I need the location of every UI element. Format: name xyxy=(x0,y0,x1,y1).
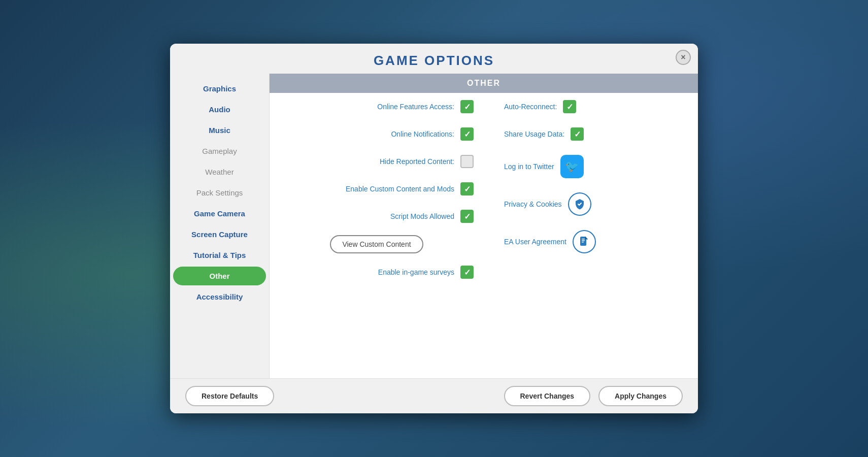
enable-custom-mods-row: Enable Custom Content and Mods xyxy=(270,175,484,203)
settings-left-column: Online Features Access: Online Notificat… xyxy=(270,93,484,378)
game-options-modal: Game Options × Graphics Audio Music Game… xyxy=(170,44,698,413)
sidebar-item-screen-capture[interactable]: Screen Capture xyxy=(173,225,266,244)
enable-surveys-checkbox[interactable] xyxy=(460,266,474,279)
hide-reported-row: Hide Reported Content: xyxy=(270,148,484,175)
privacy-cookies-row: Privacy & Cookies xyxy=(484,185,698,223)
share-usage-label: Share Usage Data: xyxy=(504,130,564,138)
sidebar-item-accessibility[interactable]: Accessibility xyxy=(173,287,266,306)
hide-reported-label: Hide Reported Content: xyxy=(380,157,454,166)
content-section-title: Other xyxy=(280,79,688,88)
share-usage-checkbox[interactable] xyxy=(571,127,584,141)
log-twitter-label: Log in to Twitter xyxy=(504,162,554,171)
apply-changes-button[interactable]: Apply Changes xyxy=(598,386,683,406)
sidebar-item-pack-settings[interactable]: Pack Settings xyxy=(173,183,266,202)
svg-rect-1 xyxy=(582,239,585,240)
online-notifications-row: Online Notifications: xyxy=(270,120,484,148)
sidebar-item-tutorial-tips[interactable]: Tutorial & Tips xyxy=(173,246,266,265)
footer-right-buttons: Revert Changes Apply Changes xyxy=(504,386,683,406)
sidebar-item-gameplay[interactable]: Gameplay xyxy=(173,142,266,160)
privacy-cookies-label: Privacy & Cookies xyxy=(504,200,562,208)
sidebar-item-music[interactable]: Music xyxy=(173,121,266,140)
share-usage-row: Share Usage Data: xyxy=(484,120,698,148)
twitter-icon: 🐦 xyxy=(565,160,579,173)
hide-reported-checkbox[interactable] xyxy=(460,155,474,168)
svg-rect-2 xyxy=(582,240,585,241)
svg-marker-4 xyxy=(585,237,588,239)
online-features-row: Online Features Access: xyxy=(270,93,484,120)
ea-user-agreement-label: EA User Agreement xyxy=(504,238,566,246)
settings-right-column: Auto-Reconnect: Share Usage Data: Log in… xyxy=(484,93,698,378)
settings-grid: Online Features Access: Online Notificat… xyxy=(270,93,698,378)
online-notifications-label: Online Notifications: xyxy=(391,130,454,138)
auto-reconnect-checkbox[interactable] xyxy=(563,100,576,113)
auto-reconnect-label: Auto-Reconnect: xyxy=(504,103,557,111)
online-notifications-checkbox[interactable] xyxy=(460,127,474,141)
modal-body: Graphics Audio Music Gameplay Weather Pa… xyxy=(170,74,698,378)
modal-footer: Restore Defaults Revert Changes Apply Ch… xyxy=(170,378,698,413)
content-section-header: Other xyxy=(270,74,698,93)
svg-rect-3 xyxy=(582,242,584,243)
enable-custom-mods-label: Enable Custom Content and Mods xyxy=(346,185,454,193)
sidebar-item-weather[interactable]: Weather xyxy=(173,162,266,181)
sidebar: Graphics Audio Music Gameplay Weather Pa… xyxy=(170,74,269,378)
sidebar-item-game-camera[interactable]: Game Camera xyxy=(173,204,266,223)
enable-surveys-row: Enable in-game surveys xyxy=(270,258,484,286)
modal-header: Game Options × xyxy=(170,44,698,74)
log-twitter-row: Log in to Twitter 🐦 xyxy=(484,148,698,185)
view-custom-content-row: View Custom Content xyxy=(270,230,484,258)
online-features-checkbox[interactable] xyxy=(460,100,474,113)
document-icon xyxy=(578,236,590,248)
online-features-label: Online Features Access: xyxy=(377,103,454,111)
enable-surveys-label: Enable in-game surveys xyxy=(378,268,454,276)
close-button[interactable]: × xyxy=(676,50,691,65)
auto-reconnect-row: Auto-Reconnect: xyxy=(484,93,698,120)
modal-title: Game Options xyxy=(180,53,688,69)
revert-changes-button[interactable]: Revert Changes xyxy=(504,386,591,406)
script-mods-row: Script Mods Allowed xyxy=(270,203,484,230)
script-mods-label: Script Mods Allowed xyxy=(390,212,454,220)
enable-custom-mods-checkbox[interactable] xyxy=(460,182,474,195)
content-panel: Other Online Features Access: Online Not… xyxy=(269,74,698,378)
sidebar-item-graphics[interactable]: Graphics xyxy=(173,79,266,98)
twitter-button[interactable]: 🐦 xyxy=(560,155,584,178)
script-mods-checkbox[interactable] xyxy=(460,210,474,223)
privacy-cookies-button[interactable] xyxy=(568,192,591,216)
shield-check-icon xyxy=(574,198,586,210)
sidebar-item-other[interactable]: Other xyxy=(173,267,266,285)
sidebar-item-audio[interactable]: Audio xyxy=(173,100,266,119)
ea-user-agreement-row: EA User Agreement xyxy=(484,223,698,260)
restore-defaults-button[interactable]: Restore Defaults xyxy=(185,386,274,406)
ea-user-agreement-button[interactable] xyxy=(573,230,596,253)
view-custom-content-button[interactable]: View Custom Content xyxy=(330,235,423,253)
